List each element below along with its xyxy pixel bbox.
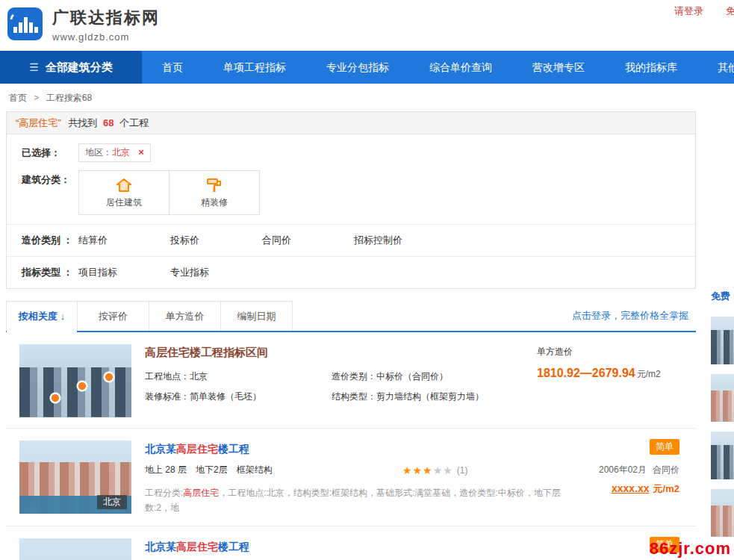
index-type-row: 指标类型 ： 项目指标 专业指标 [7,256,695,288]
tab-rating[interactable]: 按评价 [78,302,149,331]
filter-tag-region[interactable]: 地区：北京 × [78,143,151,162]
search-keyword: “高层住宅” [16,117,61,128]
cost-type-label: 造价类别 ： [7,231,78,250]
nav-item-single-project[interactable]: 单项工程指标 [203,51,306,84]
nav-item-my-library[interactable]: 我的指标库 [605,51,697,84]
unit-price-range: 1810.92—2679.94元/m2 [537,367,675,381]
cost-option-settlement[interactable]: 结算价 [78,231,170,250]
side-thumbnail[interactable] [711,432,734,479]
filter-tag-label: 地区： [85,147,112,158]
result-thumbnail[interactable] [19,538,131,560]
result-count: 68 [103,117,113,128]
field-label: 工程地点： [145,371,190,382]
unit-price-block: 单方造价 1810.92—2679.94元/m2 [537,346,675,381]
unit-price-label: 单方造价 [537,346,675,358]
index-option-project[interactable]: 项目指标 [78,263,170,282]
breadcrumb-separator: > [34,93,39,103]
site-url: www.gldzb.com [52,31,160,43]
site-title: 广联达指标网 [52,7,160,29]
simple-badge: 简单 [650,439,679,455]
arrow-down-icon: ↓ [60,311,66,322]
all-categories-label: 全部建筑分类 [46,60,113,75]
category-card-label: 居住建筑 [106,196,142,209]
result-title[interactable]: 北京某高层住宅楼工程 [145,443,249,456]
index-option-specialty[interactable]: 专业指标 [170,263,262,282]
side-thumbnail[interactable] [711,374,734,422]
field-label: 造价类别： [332,371,376,382]
menu-icon: ☰ [29,61,39,73]
sort-tabs: 按相关度↓ 按评价 单方造价 编制日期 点击登录，完整价格全掌握 [6,301,696,332]
result-price: xxxx.xx元/m2 [549,482,679,496]
result-item-range: 高层住宅楼工程指标区间 工程地点：北京 造价类别：中标价（合同价） 装修标准：简… [6,332,696,429]
cost-type-row: 造价类别 ： 结算价 投标价 合同价 招标控制价 [7,224,695,256]
register-link[interactable]: 免费注册 [726,5,734,16]
result-count-prefix: 共找到 [68,117,97,128]
house-icon [116,177,132,193]
logo-icon [7,7,45,42]
remove-tag-icon[interactable]: × [138,146,144,158]
watermark: 86zjr.com [650,539,731,559]
login-link[interactable]: 请登录 [674,5,703,16]
side-thumbnail[interactable] [711,489,734,537]
tab-unit-price[interactable]: 单方造价 [149,302,221,331]
result-title[interactable]: 北京某高层住宅楼工程 [145,541,249,554]
main-nav: ☰ 全部建筑分类 首页 单项工程指标 专业分包指标 综合单价查询 营改增专区 我… [0,51,734,84]
tab-compile-date[interactable]: 编制日期 [221,302,293,331]
nav-item-unit-price-query[interactable]: 综合单价查询 [409,51,512,84]
rating-count: (1) [457,465,468,476]
result-specs: 地上 28 层 地下2层 框架结构 [145,464,402,476]
result-date: 2006年02月合同价 [549,464,679,476]
tab-relevance-label: 按相关度 [19,311,57,322]
selected-filters-row: 已选择： 地区：北京 × [7,134,695,169]
building-category-row: 建筑分类： 居住建筑 精装修 [7,169,695,224]
filter-panel: “高层住宅” 共找到 68 个工程 已选择： 地区：北京 × 建筑分类： 居住建… [6,111,696,289]
free-trial-panel: 免费 [711,290,734,547]
side-thumbnail[interactable] [711,317,734,364]
building-category-label: 建筑分类： [7,170,78,190]
nav-item-home[interactable]: 首页 [142,51,203,84]
result-thumbnail[interactable]: 北京 [19,441,131,514]
result-title[interactable]: 高层住宅楼工程指标区间 [145,346,268,360]
nav-item-subcontract[interactable]: 专业分包指标 [306,51,409,84]
header: 广联达指标网 www.gldzb.com 请登录 免费注册 [0,0,734,51]
tab-relevance[interactable]: 按相关度↓ [6,302,78,331]
nav-item-other-services[interactable]: 其他指标服务 [697,51,734,84]
field-value: 剪力墙结构（框架剪力墙） [376,391,484,402]
category-card-residential[interactable]: 居住建筑 [78,170,169,215]
login-hint-link[interactable]: 点击登录，完整价格全掌握 [572,301,688,331]
index-type-label: 指标类型 ： [7,263,78,282]
cost-option-tender-control[interactable]: 招标控制价 [354,231,446,250]
cost-option-bid[interactable]: 投标价 [170,231,262,250]
paint-roller-icon [206,177,223,193]
result-detail: 工程分类:高层住宅，工程地点:北京，结构类型:框架结构，基础形式:满堂基础，造价… [145,485,563,515]
field-label: 装修标准： [145,391,190,402]
result-item: 北京 北京某高层住宅楼工程 地上 28 层 地下2层 框架结构 ★★★★★ (1… [6,429,696,526]
filter-tag-value: 北京 [112,147,130,158]
free-trial-title: 免费 [711,290,734,303]
thumbnail-region-tag: 北京 [97,495,127,509]
logo[interactable]: 广联达指标网 www.gldzb.com [7,7,160,43]
result-list: 高层住宅楼工程指标区间 工程地点：北京 造价类别：中标价（合同价） 装修标准：简… [6,332,696,560]
breadcrumb: 首页 > 工程搜索68 [9,92,734,105]
category-card-decoration[interactable]: 精装修 [169,170,260,215]
field-label: 结构类型： [332,391,376,402]
field-value: 简单装修（毛坯） [190,391,261,402]
result-item: 北京某高层住宅楼工程 地上 29 层 地下2层 框架结构 ★★★★★ (2) 工… [6,526,696,560]
field-value: 中标价（合同价） [376,371,448,382]
header-links: 请登录 免费注册 [674,4,734,18]
field-value: 北京 [190,371,208,382]
cost-option-contract[interactable]: 合同价 [262,231,354,250]
result-count-bar: “高层住宅” 共找到 68 个工程 [7,112,695,134]
star-rating: ★★★★★ [402,464,453,476]
breadcrumb-current: 工程搜索68 [46,93,92,103]
nav-item-vat-zone[interactable]: 营改增专区 [512,51,605,84]
result-item-meta: 简单 2006年02月合同价 xxxx.xx元/m2 [549,439,679,496]
all-categories-button[interactable]: ☰ 全部建筑分类 [0,51,142,84]
selected-label: 已选择： [7,143,78,163]
result-count-suffix: 个工程 [119,117,149,128]
breadcrumb-home[interactable]: 首页 [9,93,27,103]
result-thumbnail[interactable] [19,344,131,417]
category-card-label: 精装修 [201,196,228,209]
